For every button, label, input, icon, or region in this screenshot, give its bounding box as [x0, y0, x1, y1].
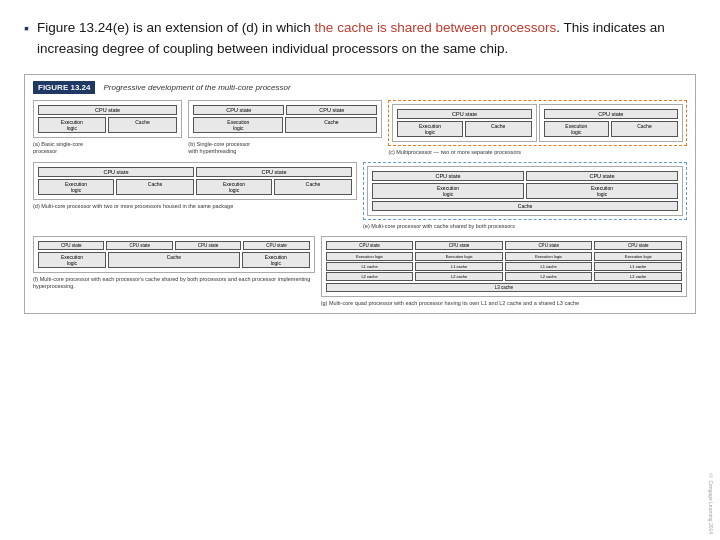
- exec-d1: Executionlogic: [38, 179, 114, 195]
- exec-logic-b: Executionlogic: [193, 117, 283, 133]
- exec-e2: Executionlogic: [526, 183, 678, 199]
- cpu-state-a: CPU state: [38, 105, 177, 115]
- cpu-state-b2: CPU state: [286, 105, 377, 115]
- top-figure-row: CPU state Executionlogic Cache (a) Basic…: [33, 100, 687, 156]
- l2-cache-g1: L2 cache: [326, 272, 414, 281]
- l2-cache-g3: L2 cache: [505, 272, 593, 281]
- cache-a: Cache: [108, 117, 178, 133]
- diagram-a: CPU state Executionlogic Cache (a) Basic…: [33, 100, 182, 156]
- inner-row-b: Executionlogic Cache: [193, 117, 377, 133]
- bullet-point: ▪ Figure 13.24(e) is an extension of (d)…: [24, 18, 696, 60]
- exec-e1: Executionlogic: [372, 183, 524, 199]
- exec-f1: Executionlogic: [38, 252, 106, 268]
- caption-c: (c) Multiprocessor — two or more separat…: [388, 149, 687, 156]
- cache-c2: Cache: [611, 121, 678, 137]
- proc-diagram-c1: CPU state Executionlogic Cache: [392, 104, 536, 142]
- proc-diagram-d: CPU state CPU state Executionlogic Cache…: [33, 162, 357, 200]
- cpu-f3: CPU state: [175, 241, 241, 250]
- proc-diagram-c2: CPU state Executionlogic Cache: [539, 104, 683, 142]
- cpu-e2: CPU state: [526, 171, 678, 181]
- caption-a: (a) Basic single-coreprocessor: [33, 141, 182, 155]
- l2-cache-g2: L2 cache: [415, 272, 503, 281]
- bullet-text: Figure 13.24(e) is an extension of (d) i…: [37, 18, 696, 60]
- proc-unit-c1: CPU state Executionlogic Cache: [392, 104, 536, 142]
- cpu-state-b1: CPU state: [193, 105, 284, 115]
- dashed-c: CPU state Executionlogic Cache CPU state: [388, 100, 687, 146]
- exec-g4: Execution logic: [594, 252, 682, 261]
- inner-row-c2: Executionlogic Cache: [544, 121, 678, 137]
- l1-cache-g4: L1 cache: [594, 262, 682, 271]
- proc-diagram-g: CPU state CPU state CPU state CPU state …: [321, 236, 687, 297]
- inner-row-c1: Executionlogic Cache: [397, 121, 531, 137]
- exec-c1: Executionlogic: [397, 121, 462, 137]
- cache-d1: Cache: [116, 179, 194, 195]
- cpu-f2: CPU state: [106, 241, 172, 250]
- exec-logic-a: Executionlogic: [38, 117, 106, 133]
- exec-g1: Execution logic: [326, 252, 414, 261]
- shared-cache-e: Cache: [372, 201, 678, 211]
- proc-unit-c2: CPU state Executionlogic Cache: [539, 104, 683, 142]
- bullet-prefix: Figure 13.24(e) is an extension of (d) i…: [37, 20, 315, 35]
- slide-container: ▪ Figure 13.24(e) is an extension of (d)…: [0, 0, 720, 540]
- inner-row-d: Executionlogic Cache Executionlogic Cach…: [38, 179, 352, 195]
- proc-diagram-e: CPU state CPU state Executionlogic Execu…: [367, 166, 683, 216]
- inner-row-a: Executionlogic Cache: [38, 117, 177, 133]
- middle-figure-row: CPU state CPU state Executionlogic Cache…: [33, 162, 687, 230]
- cpu-e1: CPU state: [372, 171, 524, 181]
- cpu-f4: CPU state: [243, 241, 309, 250]
- l1-cache-g2: L1 cache: [415, 262, 503, 271]
- proc-diagram-a: CPU state Executionlogic Cache: [33, 100, 182, 138]
- copyright: © Cengage Learning 2014: [708, 473, 714, 534]
- caption-g: (g) Multi-core quad processor with each …: [321, 300, 687, 307]
- caption-d: (d) Multi-core processor with two or mor…: [33, 203, 357, 210]
- figure-container: FIGURE 13.24 Progressive development of …: [24, 74, 696, 314]
- exec-g2: Execution logic: [415, 252, 503, 261]
- cpu-d1: CPU state: [38, 167, 194, 177]
- l1-cache-g3: L1 cache: [505, 262, 593, 271]
- bullet-icon: ▪: [24, 20, 29, 36]
- proc-diagram-b: CPU state CPU state Executionlogic Cache: [188, 100, 382, 138]
- diagram-c: CPU state Executionlogic Cache CPU state: [388, 100, 687, 156]
- diagram-f: CPU state CPU state CPU state CPU state …: [33, 236, 315, 307]
- exec-c2: Executionlogic: [544, 121, 609, 137]
- diagram-b: CPU state CPU state Executionlogic Cache…: [188, 100, 382, 156]
- cpu-g2: CPU state: [415, 241, 503, 250]
- cache-b: Cache: [285, 117, 377, 133]
- diagram-g: CPU state CPU state CPU state CPU state …: [321, 236, 687, 307]
- cache-d2: Cache: [274, 179, 352, 195]
- cpu-g3: CPU state: [505, 241, 593, 250]
- l2-cache-g4: L2 cache: [594, 272, 682, 281]
- caption-e: (e) Multi-core processor with cache shar…: [363, 223, 687, 230]
- exec-f2: Executionlogic: [242, 252, 310, 268]
- cpu-c2: CPU state: [544, 109, 678, 119]
- highlight-phrase: the cache is shared between processors: [315, 20, 557, 35]
- diagram-e: CPU state CPU state Executionlogic Execu…: [363, 162, 687, 230]
- cpu-f1: CPU state: [38, 241, 104, 250]
- l3-cache-g: L3 cache: [326, 283, 682, 292]
- exec-g3: Execution logic: [505, 252, 593, 261]
- caption-f: (f) Multi-core processor with each proce…: [33, 276, 315, 290]
- multi-proc-row-c: CPU state Executionlogic Cache CPU state: [392, 104, 683, 142]
- dashed-e: CPU state CPU state Executionlogic Execu…: [363, 162, 687, 220]
- caption-b: (b) Single-core processorwith hyperthrea…: [188, 141, 382, 155]
- proc-diagram-f: CPU state CPU state CPU state CPU state …: [33, 236, 315, 273]
- cpu-g4: CPU state: [594, 241, 682, 250]
- figure-title: Progressive development of the multi-cor…: [103, 83, 290, 92]
- cpu-g1: CPU state: [326, 241, 414, 250]
- l1-cache-g1: L1 cache: [326, 262, 414, 271]
- cache-f: Cache: [108, 252, 240, 268]
- exec-d2: Executionlogic: [196, 179, 272, 195]
- cpu-d2: CPU state: [196, 167, 352, 177]
- bottom-figure-row: CPU state CPU state CPU state CPU state …: [33, 236, 687, 307]
- inner-row-e: Executionlogic Executionlogic: [372, 183, 678, 199]
- cache-c1: Cache: [465, 121, 532, 137]
- figure-label: FIGURE 13.24: [33, 81, 95, 94]
- figure-header: FIGURE 13.24 Progressive development of …: [33, 81, 687, 94]
- diagram-d: CPU state CPU state Executionlogic Cache…: [33, 162, 357, 230]
- cpu-c1: CPU state: [397, 109, 531, 119]
